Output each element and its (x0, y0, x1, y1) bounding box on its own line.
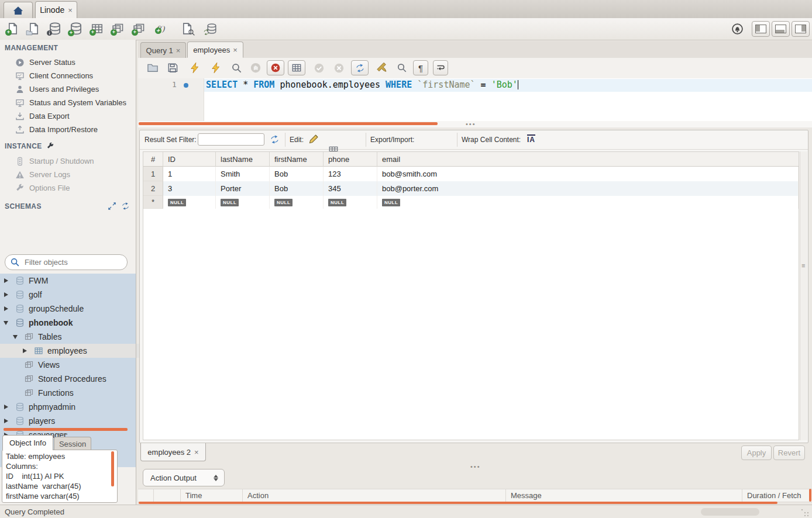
commit-button[interactable] (311, 60, 326, 75)
apply-button[interactable]: Apply (741, 446, 772, 460)
toggle-autocommit-button[interactable] (351, 60, 369, 75)
home-tab[interactable] (4, 2, 33, 18)
save-script-button[interactable] (165, 60, 180, 75)
create-schema-button[interactable]: + (68, 20, 84, 37)
column-header-firstname[interactable]: firstName (270, 152, 324, 167)
rollback-button[interactable] (331, 60, 346, 75)
cell-null[interactable]: NULL (270, 196, 324, 209)
sidebar-item-data-export[interactable]: Data Export (0, 109, 136, 123)
column-header-lastname[interactable]: lastName (216, 152, 270, 167)
schema-filter-input[interactable] (23, 257, 119, 267)
toggle-right-panel-button[interactable] (792, 21, 810, 37)
schema-tree-item-phonebook[interactable]: phonebook (0, 316, 136, 330)
cell-id[interactable]: 3 (163, 181, 216, 196)
create-procedure-button[interactable]: + (131, 20, 147, 37)
tab-session[interactable]: Session (54, 437, 91, 450)
sidebar-item-client-connections[interactable]: Client Connections (0, 69, 136, 82)
schema-tree-item-employees[interactable]: employees (0, 344, 154, 358)
action-output-horizontal-scrollbar[interactable] (139, 502, 777, 504)
schema-tree-item-phpmyadmin[interactable]: phpmyadmin (0, 400, 136, 414)
schema-tree-item-functions[interactable]: Functions (0, 386, 157, 400)
explain-query-button[interactable] (229, 60, 244, 75)
chevron-right-icon[interactable] (4, 405, 8, 409)
editor-horizontal-scrollbar[interactable] (139, 122, 438, 125)
column-header-phone[interactable]: phone (324, 152, 377, 167)
sql-statement[interactable]: SELECT * FROM phonebook.employees WHERE … (206, 80, 518, 90)
schemas-refresh-icon[interactable] (121, 202, 130, 210)
schema-tree-item-fwm[interactable]: FWM (0, 274, 136, 288)
schemas-expand-icon[interactable] (108, 202, 116, 210)
execute-query-button[interactable] (187, 60, 202, 75)
cell-firstname[interactable]: Bob (270, 181, 324, 196)
stop-query-button[interactable] (248, 60, 263, 75)
sidebar-item-startup-shutdown[interactable]: Startup / Shutdown (0, 154, 136, 168)
chevron-right-icon[interactable] (23, 348, 27, 353)
schema-tree-item-players[interactable]: players (0, 414, 136, 428)
find-button[interactable] (394, 60, 410, 75)
tab-close-icon[interactable]: × (176, 47, 181, 54)
result-grid-vertical-scrollbar[interactable]: ≡ (800, 151, 807, 440)
object-info-vertical-scrollbar[interactable] (111, 451, 114, 486)
open-script-button[interactable] (145, 60, 160, 75)
refresh-results-icon[interactable] (270, 134, 280, 144)
cell-null[interactable]: NULL (324, 196, 377, 209)
create-view-button[interactable]: + (110, 20, 126, 37)
column-header-rownum[interactable]: # (143, 152, 163, 167)
cell-phone[interactable]: 123 (324, 167, 377, 181)
cell-lastname[interactable]: Smith (216, 167, 270, 181)
schema-inspector-button[interactable] (47, 20, 63, 37)
window-resize-grip[interactable] (800, 508, 808, 516)
column-header-time[interactable]: Time (180, 489, 242, 502)
schema-tree-item-views[interactable]: Views (0, 358, 157, 372)
search-table-data-button[interactable] (179, 20, 195, 37)
sidebar-item-server-logs[interactable]: Server Logs (0, 168, 136, 181)
reconnect-dbms-button[interactable] (204, 20, 220, 37)
cell-phone[interactable]: 345 (324, 181, 377, 196)
chevron-right-icon[interactable] (4, 419, 8, 423)
action-output-selector[interactable]: Action Output (143, 469, 225, 486)
column-header-duration-fetch[interactable]: Duration / Fetch (742, 489, 811, 502)
cell-null[interactable]: NULL (163, 196, 216, 209)
tab-close-icon[interactable]: × (194, 448, 199, 456)
row-number-cell[interactable]: 2 (143, 181, 163, 196)
editor-result-splitter-grip[interactable]: ••• (466, 122, 476, 126)
statusbar-scrollbar-thumb[interactable] (701, 508, 759, 516)
chevron-right-icon[interactable] (4, 306, 8, 311)
new-query-tab-button[interactable]: + (5, 20, 21, 37)
toggle-bottom-panel-button[interactable] (772, 21, 790, 37)
chevron-down-icon[interactable] (4, 321, 8, 325)
schema-tree-item-golf[interactable]: golf (0, 288, 136, 302)
output-splitter-grip[interactable]: ••• (470, 465, 481, 468)
chevron-right-icon[interactable] (4, 278, 8, 283)
notification-button[interactable] (729, 20, 745, 37)
sidebar-item-options-file[interactable]: Options File (0, 181, 136, 195)
toggle-left-panel-button[interactable] (752, 21, 770, 37)
column-header-email[interactable]: email (377, 152, 799, 167)
column-header-id[interactable]: ID (163, 152, 216, 167)
chevron-down-icon[interactable] (13, 335, 18, 339)
limit-rows-button[interactable] (288, 60, 305, 75)
sidebar-item-data-import[interactable]: Data Import/Restore (0, 123, 136, 136)
toggle-stop-on-error-button[interactable] (267, 60, 284, 75)
sql-editor[interactable]: 1 SELECT * FROM phonebook.employees WHER… (138, 78, 812, 121)
toggle-invisible-characters-button[interactable]: ¶ (413, 60, 428, 75)
execute-current-statement-button[interactable] (208, 60, 223, 75)
cell-null[interactable]: NULL (216, 196, 270, 209)
tab-object-info[interactable]: Object Info (2, 435, 53, 450)
create-table-button[interactable]: + (89, 20, 105, 37)
toggle-word-wrap-button[interactable] (433, 60, 448, 75)
cell-lastname[interactable]: Porter (216, 181, 270, 196)
tab-close-icon[interactable]: × (233, 46, 238, 54)
cell-null[interactable]: NULL (377, 196, 799, 209)
schema-tree-item-stored-procedures[interactable]: Stored Procedures (0, 372, 157, 386)
sidebar-item-users-privileges[interactable]: Users and Privileges (0, 82, 136, 96)
sidebar-item-status-system-variables[interactable]: Status and System Variables (0, 96, 136, 109)
action-output-vertical-scrollbar[interactable] (809, 489, 811, 502)
open-sql-script-button[interactable] (26, 20, 42, 37)
column-header-action[interactable]: Action (242, 489, 505, 502)
schema-tree-item-groupschedule[interactable]: groupSchedule (0, 302, 136, 316)
column-header-message[interactable]: Message (505, 489, 742, 502)
cell-id[interactable]: 1 (163, 167, 216, 181)
sidebar-item-server-status[interactable]: Server Status (0, 56, 136, 69)
cell-email[interactable]: bob@smith.com (377, 167, 799, 181)
